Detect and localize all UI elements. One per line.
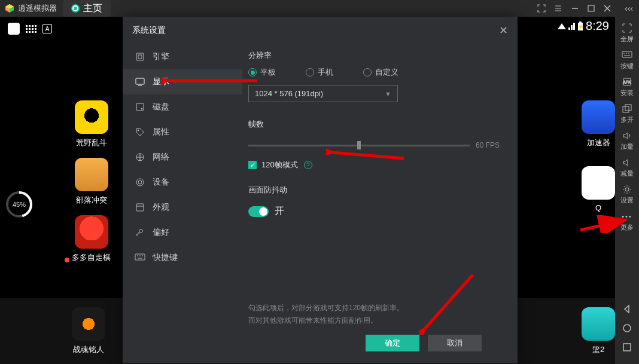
a-badge-icon[interactable]: A [42,24,52,33]
keyboard-icon [622,50,632,60]
right-sidebar: 全屏 按键 APK 安装 多开 加量 减量 设置 ••• 更多 [615,17,639,364]
wrench-icon [135,227,145,238]
back-icon[interactable] [622,304,632,314]
app-label: 战魂铭人 [73,344,104,355]
section-resolution-title: 分辨率 [248,50,500,61]
resolution-value: 1024 * 576 (191dpi) [255,89,323,98]
nav-device[interactable]: 设备 [123,170,242,195]
svg-rect-18 [138,55,142,59]
sidebar-settings[interactable]: 设置 [620,184,634,205]
disk-icon [135,102,145,112]
svg-point-21 [141,108,142,109]
svg-rect-20 [136,103,144,111]
app-grid-icon[interactable] [26,25,36,33]
sidebar-fullscreen[interactable]: 全屏 [620,23,634,44]
nav-appearance[interactable]: 外观 [123,195,242,220]
app-list-left: 荒野乱斗 部落冲突 多多自走棋 [72,100,111,263]
app-item[interactable]: 荒野乱斗 [75,100,108,148]
minimize-icon[interactable] [571,4,579,13]
modal-close-icon[interactable]: ✕ [499,24,508,37]
nav-attr[interactable]: 属性 [123,120,242,145]
svg-point-15 [623,325,631,332]
fullscreen-icon [622,23,632,33]
settings-pane-display: 分辨率 平板 手机 自定义 1024 * 576 (191dpi) ▼ 帧数 6… [242,44,518,363]
slider-thumb[interactable] [357,141,361,149]
radio-custom[interactable]: 自定义 [363,67,398,78]
more-icon: ••• [622,211,632,222]
toggle-state: 开 [275,205,284,218]
close-icon[interactable] [603,4,611,13]
sidebar-volume-down[interactable]: 减量 [620,157,634,178]
svg-rect-12 [623,106,629,112]
sidebar-install[interactable]: APK 安装 [620,77,634,97]
fullscreen-toggle-icon[interactable] [537,4,546,13]
svg-text:APK: APK [623,80,631,84]
radio-tablet[interactable]: 平板 [248,67,276,78]
menu-icon[interactable] [554,4,562,13]
fps-slider[interactable]: 60 FPS [248,139,500,151]
maximize-icon[interactable] [588,5,595,12]
dock-app[interactable]: 战魂铭人 [72,307,105,355]
cancel-button[interactable]: 取消 [428,335,482,351]
globe-icon [135,152,145,163]
help-icon[interactable]: ? [304,161,312,169]
dock-app[interactable]: 篮2 [582,307,615,355]
radio-icon [248,68,257,77]
nav-buttons [622,304,632,352]
svg-rect-3 [588,5,594,11]
home-icon [71,4,80,13]
progress-value: 45% [5,190,34,219]
nav-pref[interactable]: 偏好 [123,220,242,245]
android-statusbar: ⚡ 8:29 [551,17,615,35]
nav-disk[interactable]: 磁盘 [123,94,242,120]
modal-title: 系统设置 [132,25,166,36]
svg-rect-19 [136,78,144,84]
app-icon [582,166,615,200]
svg-rect-9 [622,51,632,57]
collapse-sidebar-icon[interactable]: ‹‹‹ [625,4,633,13]
resolution-select[interactable]: 1024 * 576 (191dpi) ▼ [248,85,398,102]
nav-engine[interactable]: 引擎 [123,44,242,69]
appearance-icon [135,202,145,213]
app-item[interactable]: 多多自走棋 [72,215,111,263]
keyboard-shortcut-icon [135,252,145,263]
nav-display[interactable]: 显示 [123,69,242,94]
svg-rect-27 [135,254,145,260]
recents-icon[interactable] [622,342,632,352]
battery-icon: ⚡ [577,22,583,31]
volume-up-icon [622,130,632,141]
app-item[interactable]: 部落冲突 [75,158,108,206]
sidebar-volume-up[interactable]: 加量 [620,130,634,151]
app-item[interactable]: 加速器 [582,100,615,148]
device-gear-icon [135,177,145,188]
progress-ring[interactable]: 45% [5,190,34,219]
app-label: 多多自走棋 [72,252,111,263]
nav-shortcut[interactable]: 快捷键 [123,245,242,270]
sidebar-keymap[interactable]: 按键 [620,50,634,71]
sidebar-more[interactable]: ••• 更多 [620,211,634,232]
white-square-icon[interactable] [8,23,20,35]
radio-phone[interactable]: 手机 [306,67,333,78]
settings-modal: 系统设置 ✕ 引擎 显示 磁盘 属性 网络 设备 外观 偏好 快捷键 分辨率 平… [123,17,518,363]
clock: 8:29 [586,19,609,33]
multi-instance-icon [622,103,632,114]
svg-point-25 [136,179,144,186]
ok-button[interactable]: 确定 [366,335,419,351]
app-item[interactable]: Q [582,166,615,212]
checkbox-120fps[interactable]: 120帧模式 ? [248,160,500,170]
antishake-toggle[interactable] [248,206,269,217]
app-icon [75,100,108,134]
tag-icon [135,127,145,137]
app-logo-icon [5,4,14,13]
radio-icon [306,68,314,77]
app-icon [582,307,615,341]
sidebar-multi[interactable]: 多开 [620,103,634,124]
svg-point-22 [138,130,139,131]
checkbox-icon [248,161,257,169]
svg-point-24 [138,181,142,184]
svg-rect-17 [136,53,144,60]
home-nav-icon[interactable] [622,323,632,333]
nav-network[interactable]: 网络 [123,145,242,170]
app-icon [582,100,615,134]
tab-home[interactable]: 主页 [63,0,111,17]
